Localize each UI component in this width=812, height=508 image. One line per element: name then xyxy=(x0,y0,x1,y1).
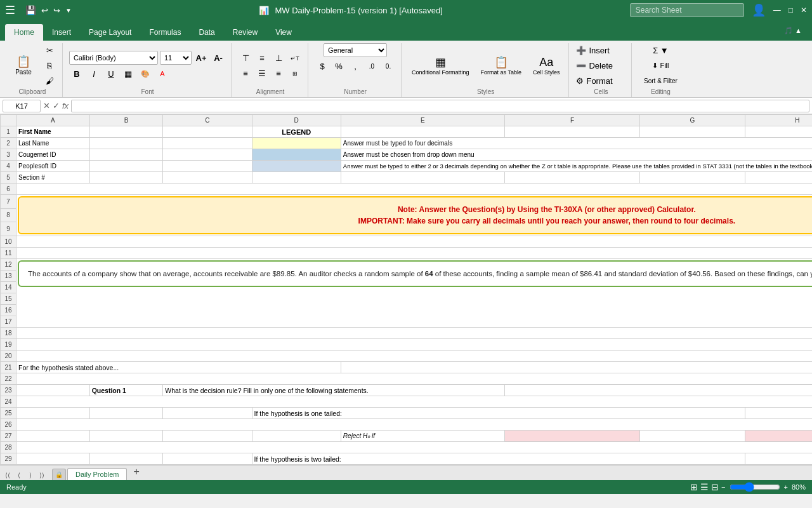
cell-H5[interactable] xyxy=(745,172,812,184)
cell-A21[interactable]: For the hypothesis stated above... xyxy=(16,362,341,373)
ribbon-collapse-icon[interactable]: 🎵 ▲ xyxy=(779,27,807,35)
cell-reference-box[interactable] xyxy=(3,100,41,112)
cell-B1[interactable] xyxy=(89,126,163,138)
align-left-button[interactable]: ≡ xyxy=(238,67,253,81)
conditional-formatting-button[interactable]: ▦ Conditional Formatting xyxy=(408,47,473,85)
sidebar-toggle-icon[interactable]: ☰ xyxy=(5,3,15,17)
sheet-nav-prev[interactable]: ⟨ xyxy=(14,470,24,480)
cut-button[interactable]: ✂ xyxy=(42,44,57,58)
cell-F1[interactable] xyxy=(505,126,640,138)
underline-button[interactable]: U xyxy=(103,67,119,81)
sum-button[interactable]: Σ ▼ xyxy=(638,43,683,57)
search-sheet-input[interactable] xyxy=(630,3,744,17)
cell-styles-button[interactable]: Aa Cell Styles xyxy=(529,47,564,85)
col-D-header[interactable]: D xyxy=(252,115,341,126)
tab-insert[interactable]: Insert xyxy=(43,24,80,41)
bold-button[interactable]: B xyxy=(69,67,84,81)
close-icon[interactable]: ✕ xyxy=(801,6,807,15)
col-A-header[interactable]: A xyxy=(16,115,90,126)
add-sheet-button[interactable]: + xyxy=(128,465,144,479)
cell-E5[interactable] xyxy=(341,172,504,184)
tab-data[interactable]: Data xyxy=(190,24,223,41)
col-E-header[interactable]: E xyxy=(341,115,504,126)
cell-E2[interactable]: Answer must be typed to four decimals xyxy=(341,138,812,149)
cell-D1[interactable]: LEGEND xyxy=(252,126,341,138)
currency-button[interactable]: $ xyxy=(315,59,330,73)
cell-C1[interactable] xyxy=(163,126,252,138)
cell-E27[interactable]: Reject H₀ if xyxy=(341,431,504,442)
cell-B4[interactable] xyxy=(89,161,163,172)
align-center-button[interactable]: ☰ xyxy=(254,67,270,81)
cell-A4[interactable]: Peoplesoft ID xyxy=(16,161,90,172)
tab-view[interactable]: View xyxy=(266,24,301,41)
user-icon[interactable]: 👤 xyxy=(752,3,766,17)
sheet-nav-first[interactable]: ⟨⟨ xyxy=(3,470,13,480)
insert-function-icon[interactable]: fx xyxy=(62,101,69,110)
col-F-header[interactable]: F xyxy=(505,115,640,126)
increase-decimal-button[interactable]: .0 xyxy=(364,59,379,73)
tab-formulas[interactable]: Formulas xyxy=(140,24,190,41)
col-G-header[interactable]: G xyxy=(639,115,745,126)
cell-C5[interactable] xyxy=(163,172,252,184)
align-right-button[interactable]: ≡ xyxy=(271,67,286,81)
align-bottom-button[interactable]: ⊥ xyxy=(271,51,286,65)
cell-H27[interactable] xyxy=(745,431,812,442)
cell-D29[interactable]: If the hypothesis is two tailed: xyxy=(252,453,745,465)
cell-B23[interactable]: Question 1 xyxy=(89,385,163,396)
zoom-out-button[interactable]: − xyxy=(721,483,725,491)
cell-A3[interactable]: Cougernet ID xyxy=(16,149,90,161)
decrease-decimal-button[interactable]: 0. xyxy=(381,59,396,73)
cell-F27[interactable] xyxy=(505,431,640,442)
font-size-select[interactable]: 11 xyxy=(160,51,192,65)
cell-D4[interactable] xyxy=(252,161,341,172)
cell-B5[interactable] xyxy=(89,172,163,184)
redo-icon[interactable]: ↪ xyxy=(53,6,60,15)
spreadsheet-area[interactable]: A B C D E F G H I J K L M N O P Q xyxy=(0,114,812,465)
undo-icon[interactable]: ↩ xyxy=(41,6,48,15)
col-C-header[interactable]: C xyxy=(163,115,252,126)
cell-C4[interactable] xyxy=(163,161,252,172)
merge-center-button[interactable]: ⊞ xyxy=(287,67,303,81)
cell-E4[interactable]: Answer must be typed to either 2 or 3 de… xyxy=(341,161,812,172)
cell-D5[interactable] xyxy=(252,172,341,184)
cell-G1[interactable] xyxy=(639,126,745,138)
insert-button[interactable]: ➕ Insert xyxy=(575,43,626,57)
number-format-select[interactable]: General xyxy=(324,43,387,57)
comma-button[interactable]: , xyxy=(348,59,363,73)
cell-A5[interactable]: Section # xyxy=(16,172,90,184)
decrease-font-button[interactable]: A- xyxy=(211,51,226,65)
cell-E1[interactable] xyxy=(341,126,504,138)
page-break-view-button[interactable]: ⊟ xyxy=(711,482,719,492)
align-top-button[interactable]: ⊤ xyxy=(238,51,253,65)
cancel-formula-icon[interactable]: ✕ xyxy=(43,101,50,110)
cell-D2[interactable] xyxy=(252,138,341,149)
fill-button[interactable]: ⬇ Fill xyxy=(638,58,683,72)
cell-F5[interactable] xyxy=(505,172,640,184)
formula-input[interactable] xyxy=(71,100,809,112)
cell-D3[interactable] xyxy=(252,149,341,161)
minimize-icon[interactable]: — xyxy=(773,6,781,15)
col-B-header[interactable]: B xyxy=(89,115,163,126)
cell-C2[interactable] xyxy=(163,138,252,149)
format-as-table-button[interactable]: 📋 Format as Table xyxy=(477,47,525,85)
cell-G5[interactable] xyxy=(639,172,745,184)
col-H-header[interactable]: H xyxy=(745,115,812,126)
tab-page-layout[interactable]: Page Layout xyxy=(80,24,140,41)
italic-button[interactable]: I xyxy=(86,67,102,81)
normal-view-button[interactable]: ⊞ xyxy=(690,482,698,492)
sheet-nav-last[interactable]: ⟩⟩ xyxy=(37,470,47,480)
maximize-icon[interactable]: □ xyxy=(789,6,793,15)
wrap-text-button[interactable]: ↵T xyxy=(287,51,303,65)
copy-button[interactable]: ⎘ xyxy=(42,59,57,73)
fill-color-button[interactable]: 🎨 xyxy=(138,67,153,81)
font-name-select[interactable]: Calibri (Body) xyxy=(69,51,158,65)
save-icon[interactable]: 💾 xyxy=(25,5,36,15)
zoom-slider[interactable] xyxy=(730,482,780,492)
paste-button[interactable]: 📋 Paste xyxy=(8,48,39,84)
quick-access-dropdown-icon[interactable]: ▼ xyxy=(65,7,72,14)
cell-E3[interactable]: Answer must be chosen from drop down men… xyxy=(341,149,812,161)
cell-A1[interactable]: First Name xyxy=(16,126,90,138)
confirm-formula-icon[interactable]: ✓ xyxy=(53,101,60,110)
tab-review[interactable]: Review xyxy=(224,24,266,41)
percent-button[interactable]: % xyxy=(331,59,346,73)
